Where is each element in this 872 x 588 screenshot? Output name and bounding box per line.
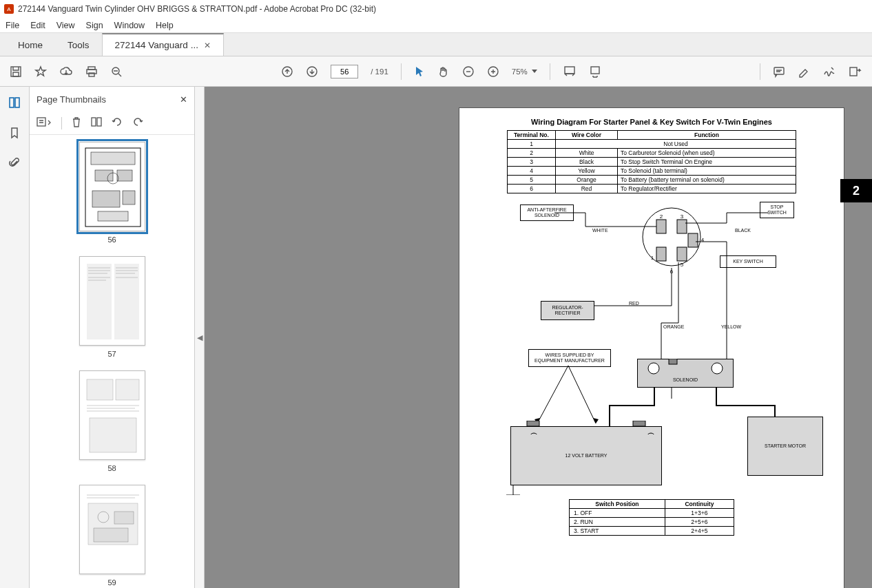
close-panel-icon[interactable]: ✕ bbox=[180, 94, 187, 105]
wiring-table: Terminal No.Wire ColorFunction 1Not Used… bbox=[507, 130, 796, 193]
thumbnail-57[interactable]: 57 bbox=[30, 256, 194, 358]
separator bbox=[61, 117, 62, 129]
box-wires-supplied: WIRES SUPPLIED BY EQUIPMENT MANUFACTURER bbox=[528, 349, 611, 367]
fit-page-icon[interactable] bbox=[589, 65, 601, 78]
delete-icon[interactable] bbox=[72, 116, 81, 130]
th: Function bbox=[618, 131, 796, 140]
menu-sign[interactable]: Sign bbox=[86, 21, 103, 30]
svg-rect-29 bbox=[87, 264, 112, 339]
box-key-switch: KEY SWITCH bbox=[720, 255, 776, 268]
tab-document-label: 272144 Vanguard ... bbox=[115, 40, 198, 50]
comment-icon[interactable] bbox=[773, 65, 785, 78]
cloud-icon[interactable] bbox=[59, 65, 73, 78]
menu-file[interactable]: File bbox=[6, 21, 19, 30]
star-icon[interactable] bbox=[34, 65, 47, 78]
svg-point-66 bbox=[648, 363, 659, 374]
thumbnails-list[interactable]: 56 57 58 59 bbox=[30, 135, 194, 588]
zoom-plus-icon[interactable] bbox=[487, 65, 499, 78]
svg-rect-16 bbox=[10, 98, 14, 107]
menu-help[interactable]: Help bbox=[156, 21, 174, 30]
separator bbox=[550, 63, 550, 80]
svg-rect-2 bbox=[11, 67, 21, 76]
svg-rect-68 bbox=[669, 359, 677, 364]
td: 2+4+5 bbox=[665, 527, 734, 536]
th: Terminal No. bbox=[508, 131, 556, 140]
tab-strip: Home Tools 272144 Vanguard ... ✕ bbox=[0, 33, 872, 56]
td: 4 bbox=[508, 167, 556, 176]
thumbnail-56[interactable]: 56 bbox=[30, 142, 194, 244]
menu-view[interactable]: View bbox=[56, 21, 75, 30]
switch-table: Switch PositionContinuity 1. OFF1+3+6 2.… bbox=[569, 499, 734, 536]
tab-home[interactable]: Home bbox=[6, 34, 55, 56]
svg-rect-53 bbox=[656, 220, 666, 233]
td: 1. OFF bbox=[570, 509, 665, 518]
td: 1+3+6 bbox=[665, 509, 734, 518]
section-flag: 2 bbox=[840, 179, 872, 202]
svg-rect-27 bbox=[123, 191, 135, 204]
svg-text:+: + bbox=[649, 434, 652, 434]
highlight-icon[interactable] bbox=[798, 65, 810, 78]
th: Wire Color bbox=[556, 131, 618, 140]
options-icon[interactable] bbox=[37, 117, 52, 129]
thumb-num: 59 bbox=[107, 578, 116, 587]
sign-icon[interactable] bbox=[822, 65, 836, 78]
svg-rect-22 bbox=[91, 152, 135, 165]
td: 1 bbox=[508, 140, 556, 149]
svg-rect-51 bbox=[94, 528, 128, 542]
thumbnail-59[interactable]: 59 bbox=[30, 485, 194, 587]
svg-rect-13 bbox=[591, 67, 599, 74]
select-tool-icon[interactable] bbox=[414, 65, 425, 78]
svg-rect-15 bbox=[850, 67, 857, 76]
page-down-icon[interactable] bbox=[306, 65, 318, 78]
tab-tools[interactable]: Tools bbox=[55, 34, 102, 56]
rotate-ccw-icon[interactable] bbox=[112, 116, 123, 130]
box-battery: 12 VOLT BATTERY bbox=[510, 426, 662, 485]
menu-edit[interactable]: Edit bbox=[30, 21, 45, 30]
zoom-minus-icon[interactable] bbox=[462, 65, 475, 78]
svg-rect-40 bbox=[87, 379, 113, 400]
zoom-value[interactable]: 75% bbox=[512, 67, 537, 76]
svg-text:1: 1 bbox=[651, 255, 654, 261]
thumb-num: 56 bbox=[107, 235, 116, 244]
separator bbox=[760, 63, 760, 80]
td: To Battery (battery terminal on solenoid… bbox=[618, 176, 796, 185]
more-tools-icon[interactable] bbox=[849, 65, 862, 78]
attachment-icon[interactable] bbox=[9, 157, 20, 172]
svg-rect-26 bbox=[92, 191, 120, 207]
thumbnails-title: Page Thumbnails bbox=[37, 94, 106, 105]
close-icon[interactable]: ✕ bbox=[204, 41, 211, 50]
pdf-page: Wiring Diagram For Starter Panel & Key S… bbox=[459, 107, 844, 588]
thumbnails-icon[interactable] bbox=[8, 96, 21, 112]
separator bbox=[401, 63, 402, 80]
rotate-cw-icon[interactable] bbox=[132, 116, 143, 130]
svg-text:4: 4 bbox=[701, 237, 705, 243]
td: Red bbox=[556, 185, 618, 193]
bookmark-icon[interactable] bbox=[9, 127, 20, 142]
lbl-red: RED bbox=[629, 301, 639, 306]
zoom-out-icon[interactable] bbox=[110, 65, 123, 78]
menu-window[interactable]: Window bbox=[114, 21, 145, 30]
th: Continuity bbox=[665, 500, 734, 509]
toolbar: / 191 75% bbox=[0, 56, 872, 87]
svg-text:3: 3 bbox=[681, 213, 684, 220]
toolbar-center: / 191 75% bbox=[281, 63, 601, 80]
td: Black bbox=[556, 158, 618, 167]
tab-document[interactable]: 272144 Vanguard ... ✕ bbox=[102, 33, 224, 56]
print-icon[interactable] bbox=[85, 65, 98, 78]
page-input[interactable] bbox=[331, 65, 358, 78]
lbl-white: WHITE bbox=[592, 228, 608, 233]
toolbar-right bbox=[760, 63, 862, 80]
fit-width-icon[interactable] bbox=[563, 65, 577, 78]
document-view[interactable]: Wiring Diagram For Starter Panel & Key S… bbox=[205, 87, 872, 588]
collapse-handle-icon[interactable]: ◀ bbox=[195, 87, 205, 588]
svg-rect-17 bbox=[15, 98, 19, 107]
svg-rect-30 bbox=[114, 264, 139, 339]
save-icon[interactable] bbox=[10, 65, 22, 78]
thumbnail-58[interactable]: 58 bbox=[30, 370, 194, 472]
svg-rect-18 bbox=[37, 118, 45, 126]
hand-tool-icon[interactable] bbox=[437, 65, 450, 78]
page-up-icon[interactable] bbox=[281, 65, 293, 78]
sort-icon[interactable] bbox=[91, 116, 102, 130]
thumbnails-panel: Page Thumbnails ✕ 56 57 58 bbox=[30, 87, 195, 588]
td: To Solenoid (tab terminal) bbox=[618, 167, 796, 176]
